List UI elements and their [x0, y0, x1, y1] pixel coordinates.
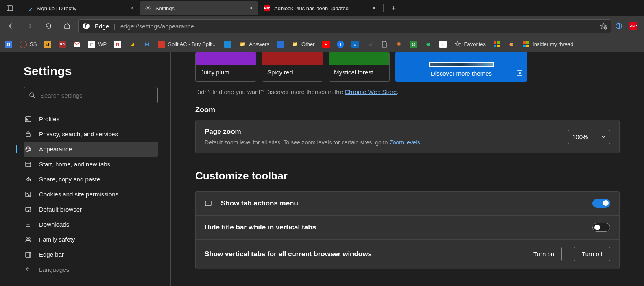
tab-settings[interactable]: Settings × — [140, 1, 258, 15]
svg-rect-25 — [26, 192, 31, 197]
turn-off-button[interactable]: Turn off — [574, 247, 610, 261]
bookmark-item[interactable]: 📁Other — [291, 41, 315, 48]
bookmark-item[interactable]: SS — [20, 41, 37, 48]
svg-rect-9 — [494, 45, 496, 47]
theme-preview-image — [429, 62, 494, 67]
svg-point-26 — [27, 193, 28, 194]
svg-point-15 — [30, 93, 34, 97]
bookmark-item[interactable]: d — [44, 41, 51, 48]
bookmark-item[interactable]: ◢ — [366, 41, 373, 48]
tab-strip: Sign up | Directly × Settings × ABP Adbl… — [0, 0, 644, 16]
svg-rect-14 — [526, 45, 529, 47]
separator — [383, 4, 384, 12]
bookmark-item[interactable]: Insider my thread — [522, 41, 573, 48]
sidebar-item-downloads[interactable]: Downloads — [24, 217, 158, 232]
share-icon — [24, 176, 33, 183]
svg-rect-7 — [494, 41, 496, 44]
zoom-dropdown[interactable]: 100% — [568, 130, 610, 144]
refresh-button[interactable] — [41, 18, 56, 34]
svg-rect-10 — [497, 45, 500, 47]
svg-point-27 — [28, 195, 29, 196]
bookmark-item[interactable]: G — [5, 41, 12, 48]
sidebar-item-cookies[interactable]: Cookies and site permissions — [24, 187, 158, 202]
outlook-icon: o — [351, 41, 359, 48]
youtube-icon — [322, 41, 330, 48]
bookmark-item[interactable]: f — [337, 41, 344, 48]
tab-title: Sign up | Directly — [37, 5, 76, 11]
forward-button[interactable] — [22, 18, 37, 34]
settings-sidebar: Settings Profiles Privacy, search, and s… — [0, 52, 171, 286]
tab-actions-icon[interactable] — [2, 1, 17, 15]
abp-extension-icon[interactable]: ABP — [629, 22, 637, 30]
favorite-star-icon[interactable] — [600, 22, 607, 30]
bookmark-item[interactable]: □WP — [88, 41, 107, 48]
customize-heading: Customize toolbar — [195, 170, 620, 182]
toggle-tab-actions[interactable] — [592, 199, 610, 208]
home-button[interactable] — [59, 18, 75, 34]
microsoft-icon — [493, 41, 500, 48]
bookmark-item[interactable]: 📁Answers — [239, 41, 269, 48]
search-input[interactable] — [40, 92, 153, 99]
theme-mystical-forest[interactable]: Mystical forest — [329, 52, 390, 82]
bookmark-item[interactable] — [493, 41, 500, 48]
tab-adblock[interactable]: ABP Adblock Plus has been updated × — [259, 1, 381, 15]
new-tab-button[interactable]: + — [387, 1, 401, 15]
back-button[interactable] — [3, 18, 19, 34]
bookmark-item[interactable]: ◉ — [425, 41, 432, 48]
address-bar[interactable]: Edge | edge://settings/appearance — [78, 19, 611, 33]
toggle-hide-title-bar[interactable] — [592, 223, 610, 232]
discover-themes-card[interactable]: Discover more themes — [395, 52, 527, 82]
sidebar-item-default-browser[interactable]: Default browser — [24, 202, 158, 217]
sidebar-item-family[interactable]: Family safety — [24, 232, 158, 247]
customize-card: Show tab actions menu Hide title bar whi… — [195, 191, 620, 269]
bookmark-item[interactable]: RS — [59, 41, 66, 48]
sidebar-item-privacy[interactable]: Privacy, search, and services — [24, 127, 158, 142]
theme-color — [262, 52, 323, 65]
sidebar-item-start[interactable]: Start, home, and new tabs — [24, 157, 158, 172]
turn-on-button[interactable]: Turn on — [526, 247, 562, 261]
bookmark-item[interactable]: o — [351, 41, 359, 48]
bookmarks-bar: G SS d RS □WP N ◢ ⋈ Split AC - Buy Split… — [0, 36, 644, 52]
tab-title: Settings — [155, 5, 175, 11]
tab-actions-icon — [205, 200, 214, 207]
bookmark-item[interactable] — [322, 41, 330, 48]
gear-icon — [145, 5, 151, 11]
chrome-web-store-link[interactable]: Chrome Web Store — [345, 88, 397, 95]
sidebar-item-languages[interactable]: Languages — [24, 262, 158, 277]
bookmark-item[interactable]: 10 — [410, 41, 417, 48]
bookmark-item[interactable] — [381, 41, 388, 48]
sidebar-item-appearance[interactable]: Appearance — [24, 142, 158, 157]
search-icon — [29, 92, 35, 98]
theme-spicy-red[interactable]: Spicy red — [262, 52, 323, 82]
close-icon[interactable]: × — [372, 4, 376, 12]
zoom-levels-link[interactable]: Zoom levels — [389, 139, 420, 146]
tab-signup[interactable]: Sign up | Directly × — [21, 1, 139, 15]
bookmark-item[interactable]: ◍ — [508, 41, 515, 48]
bookmark-item[interactable]: Split AC - Buy Split... — [158, 41, 217, 48]
themes-subtext: Didn't find one you want? Discover more … — [195, 88, 620, 95]
svg-rect-8 — [497, 41, 500, 44]
bookmark-item[interactable]: Favorites — [454, 41, 486, 48]
bookmark-item[interactable]: ✺ — [395, 41, 403, 48]
bookmark-item[interactable]: ☺ — [439, 41, 447, 48]
whatsapp-icon: ◉ — [425, 41, 432, 48]
bookmark-item[interactable]: N — [114, 41, 121, 48]
loading-icon — [26, 5, 33, 11]
globe-icon[interactable] — [615, 22, 623, 30]
svg-point-31 — [28, 238, 30, 239]
gmail-icon — [73, 41, 81, 48]
sidebar-item-profiles[interactable]: Profiles — [24, 111, 158, 127]
theme-juicy-plum[interactable]: Juicy plum — [195, 52, 256, 82]
search-settings[interactable] — [24, 87, 158, 103]
sidebar-item-share[interactable]: Share, copy and paste — [24, 172, 158, 187]
bookmark-item[interactable] — [224, 41, 231, 48]
bookmark-item[interactable]: ◢ — [129, 41, 136, 48]
close-icon[interactable]: × — [249, 4, 253, 12]
sidebar-item-edge-bar[interactable]: Edge bar — [24, 247, 158, 262]
bookmark-item[interactable] — [73, 41, 81, 48]
bookmark-item[interactable]: ⋈ — [143, 41, 151, 48]
close-icon[interactable]: × — [131, 4, 134, 12]
bookmark-item[interactable] — [277, 41, 284, 48]
microsoft-icon — [522, 41, 530, 48]
settings-pane: Juicy plum Spicy red Mystical forest Dis… — [171, 52, 644, 286]
